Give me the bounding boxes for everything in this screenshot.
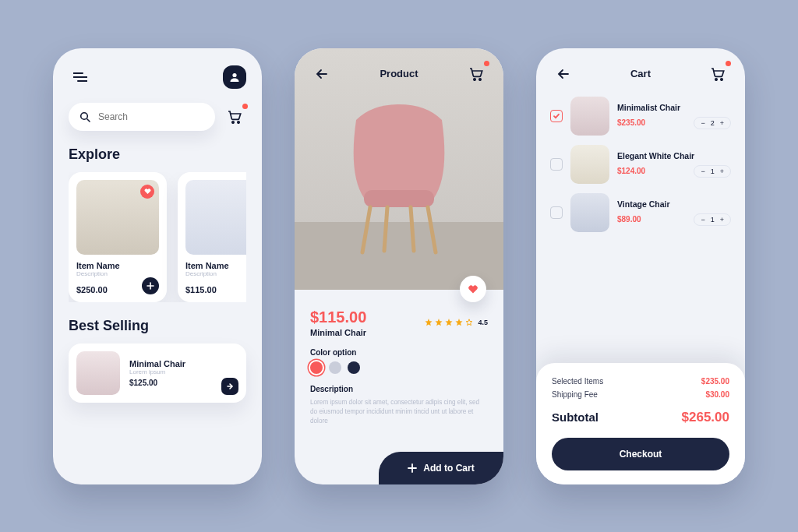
- quantity-stepper[interactable]: − 2 +: [694, 117, 731, 129]
- product-desc: Description: [185, 270, 246, 277]
- product-card[interactable]: Item Name Description $115.00: [178, 172, 246, 302]
- bestselling-heading: Best Selling: [69, 318, 246, 334]
- color-swatch[interactable]: [348, 361, 360, 374]
- product-name: Item Name: [76, 261, 159, 270]
- minus-icon[interactable]: −: [701, 216, 704, 224]
- description-text: Lorem ipsum dolor sit amet, consectetur …: [310, 398, 488, 427]
- item-name: Vintage Chair: [617, 199, 731, 209]
- item-checkbox[interactable]: [550, 158, 563, 171]
- product-desc: Description: [76, 270, 159, 277]
- add-button[interactable]: [142, 277, 159, 294]
- explore-heading: Explore: [69, 146, 246, 163]
- checkout-button[interactable]: Checkout: [552, 438, 729, 470]
- item-checkbox[interactable]: [550, 110, 563, 122]
- explore-list: Item Name Description $250.00 Item Name …: [69, 172, 246, 302]
- page-title: Product: [380, 68, 418, 79]
- menu-icon[interactable]: [69, 65, 92, 89]
- item-thumb: [570, 97, 609, 136]
- subtotal-value: $265.00: [682, 410, 729, 425]
- svg-point-0: [232, 72, 236, 76]
- svg-point-2: [232, 121, 234, 122]
- color-swatch[interactable]: [329, 361, 341, 374]
- quantity-stepper[interactable]: − 1 +: [694, 213, 731, 226]
- checkout-label: Checkout: [620, 449, 662, 460]
- profile-button[interactable]: [223, 65, 246, 89]
- cart-item: Vintage Chair $89.00 − 1 +: [550, 193, 731, 232]
- cart-item: Minimalist Chair $235.00 − 2 +: [550, 97, 731, 136]
- product-name: Minimal Chair: [310, 328, 366, 337]
- cart-button[interactable]: [223, 105, 246, 129]
- favorite-button[interactable]: [460, 276, 486, 302]
- minus-icon[interactable]: −: [701, 167, 704, 175]
- cart-items-list: Minimalist Chair $235.00 − 2 +: [536, 86, 745, 232]
- quantity-stepper[interactable]: − 1 +: [694, 165, 731, 178]
- item-thumb: [570, 145, 609, 184]
- item-name: Elegant White Chair: [617, 151, 731, 160]
- product-name: Minimal Chair: [129, 359, 185, 368]
- cart-summary: Selected Items $235.00 Shipping Fee $30.…: [536, 363, 745, 484]
- color-swatches: [310, 361, 488, 374]
- color-swatch[interactable]: [310, 361, 323, 374]
- rating-value: 4.5: [478, 319, 488, 326]
- product-price: $125.00: [129, 379, 185, 387]
- product-thumb: [76, 180, 159, 255]
- item-checkbox[interactable]: [550, 206, 563, 219]
- selected-items-value: $235.00: [701, 377, 729, 386]
- item-price: $124.00: [617, 167, 645, 175]
- home-screen: Explore Item Name Description $250.00: [53, 48, 262, 484]
- svg-point-4: [474, 78, 475, 79]
- product-name: Item Name: [185, 261, 246, 270]
- plus-icon[interactable]: +: [720, 119, 724, 127]
- back-button[interactable]: [552, 62, 575, 86]
- quantity-value: 1: [711, 216, 715, 224]
- shipping-fee-label: Shipping Fee: [552, 390, 598, 399]
- product-card[interactable]: Item Name Description $250.00: [69, 172, 167, 302]
- cart-item: Elegant White Chair $124.00 − 1 +: [550, 145, 731, 184]
- svg-point-8: [721, 78, 722, 79]
- svg-point-3: [238, 121, 239, 122]
- rating-stars: 4.5: [425, 319, 488, 326]
- product-thumb: [185, 180, 246, 255]
- minus-icon[interactable]: −: [701, 119, 704, 127]
- search-icon: [79, 111, 90, 122]
- plus-icon[interactable]: +: [720, 167, 724, 175]
- cart-button[interactable]: [464, 62, 488, 86]
- svg-point-5: [479, 78, 481, 79]
- product-price: $115.00: [185, 285, 246, 294]
- product-price: $115.00: [310, 308, 366, 326]
- item-thumb: [570, 193, 609, 232]
- page-title: Cart: [630, 68, 651, 79]
- item-name: Minimalist Chair: [617, 103, 731, 112]
- item-price: $89.00: [617, 215, 641, 224]
- add-to-cart-button[interactable]: Add to Cart: [379, 452, 503, 484]
- product-thumb: [76, 351, 120, 395]
- item-price: $235.00: [617, 118, 645, 127]
- description-label: Description: [310, 385, 488, 393]
- bestselling-card[interactable]: Minimal Chair Lorem ipsum $125.00: [69, 344, 246, 403]
- subtotal-label: Subtotal: [552, 410, 598, 424]
- selected-items-label: Selected Items: [552, 377, 603, 386]
- product-detail-screen: Product $115.00: [295, 48, 503, 484]
- cart-badge: [726, 61, 731, 66]
- cart-screen: Cart Minimalist Chair $235.00 −: [536, 48, 745, 484]
- product-desc: Lorem ipsum: [129, 368, 185, 375]
- shipping-fee-value: $30.00: [705, 390, 729, 399]
- arrow-right-icon[interactable]: [221, 378, 238, 395]
- color-option-label: Color option: [310, 348, 488, 357]
- svg-point-1: [81, 112, 88, 119]
- svg-rect-6: [364, 190, 434, 207]
- quantity-value: 2: [711, 119, 715, 127]
- back-button[interactable]: [310, 62, 334, 86]
- add-to-cart-label: Add to Cart: [423, 463, 474, 474]
- cart-button[interactable]: [706, 62, 729, 86]
- svg-point-7: [715, 78, 717, 79]
- cart-badge: [484, 61, 489, 66]
- plus-icon[interactable]: +: [720, 216, 724, 224]
- search-input[interactable]: [69, 103, 215, 131]
- quantity-value: 1: [711, 167, 715, 175]
- favorite-badge[interactable]: [140, 185, 154, 199]
- cart-badge: [242, 104, 248, 109]
